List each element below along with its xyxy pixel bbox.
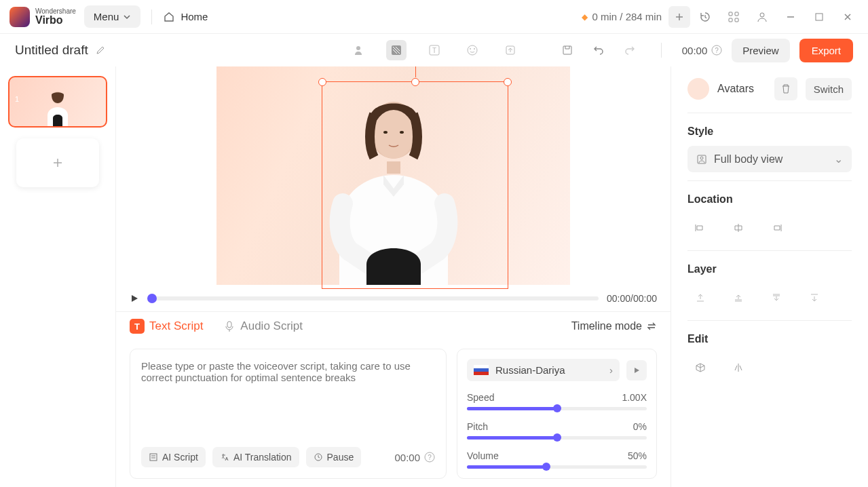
cube-button[interactable] [690, 357, 711, 378]
svg-point-10 [468, 45, 477, 55]
ai-script-button[interactable]: AI Script [141, 447, 206, 467]
divider [687, 180, 852, 181]
divider [661, 43, 662, 58]
play-button[interactable] [130, 294, 139, 303]
preview-button[interactable]: Preview [732, 39, 789, 62]
svg-point-21 [400, 131, 404, 134]
help-icon[interactable]: ? [424, 452, 435, 463]
send-back-button[interactable] [804, 288, 825, 308]
bring-forward-button[interactable] [728, 288, 749, 308]
text-icon: T [130, 319, 145, 334]
voice-selector[interactable]: Russian-Dariya › [467, 359, 620, 381]
chevron-right-icon: › [609, 364, 613, 376]
help-icon[interactable]: ? [711, 45, 722, 56]
svg-text:?: ? [428, 454, 432, 461]
add-credits-button[interactable] [668, 6, 690, 28]
menu-button[interactable]: Menu [84, 5, 141, 28]
voice-preview-button[interactable] [626, 360, 647, 381]
minimize-button[interactable] [780, 6, 801, 28]
apps-button[interactable] [723, 6, 744, 28]
account-button[interactable] [751, 6, 773, 28]
slider-knob[interactable] [553, 433, 561, 442]
svg-rect-14 [563, 46, 571, 54]
chevron-down-icon: ⌄ [834, 153, 843, 165]
edit-icon [95, 45, 106, 56]
user-icon [757, 12, 768, 22]
sticker-tool[interactable] [462, 40, 483, 60]
align-right-button[interactable] [766, 218, 787, 238]
maximize-icon [815, 13, 823, 21]
tab-text-script[interactable]: T Text Script [130, 319, 203, 334]
divider [687, 250, 852, 251]
speed-track[interactable] [467, 407, 647, 410]
close-icon [843, 12, 852, 22]
slide-thumbnail[interactable]: 1 [8, 76, 107, 128]
script-input[interactable] [141, 360, 435, 447]
save-button[interactable] [556, 39, 578, 61]
pitch-track[interactable] [467, 436, 647, 440]
person-icon [696, 154, 707, 165]
brand-top: Wondershare [35, 8, 76, 15]
undo-button[interactable] [588, 39, 609, 61]
brand-name: Virbo [35, 15, 76, 26]
mic-icon [223, 320, 235, 332]
svg-rect-24 [227, 322, 231, 328]
voice-panel: Russian-Dariya › Speed1.00X Pitch0% Volu… [457, 349, 657, 479]
svg-rect-2 [729, 18, 732, 22]
send-backward-button[interactable] [766, 288, 787, 308]
add-slide-button[interactable] [16, 138, 99, 187]
resize-handle[interactable] [504, 78, 512, 86]
export-button[interactable]: Export [799, 39, 853, 62]
svg-point-4 [760, 13, 764, 17]
timeline-knob[interactable] [147, 294, 157, 303]
canvas[interactable] [216, 66, 570, 285]
align-center-button[interactable] [728, 218, 749, 238]
clock-icon [314, 452, 323, 462]
pause-button[interactable]: Pause [306, 447, 362, 467]
translate-icon [220, 452, 229, 462]
switch-avatar-button[interactable]: Switch [806, 78, 852, 100]
delete-avatar-button[interactable] [774, 77, 797, 100]
divider [151, 9, 152, 24]
bring-front-button[interactable] [690, 288, 711, 308]
slider-knob[interactable] [553, 404, 561, 412]
background-tool[interactable] [386, 40, 407, 60]
tab-audio-script[interactable]: Audio Script [223, 319, 303, 333]
slides-panel: 1 [0, 66, 115, 487]
redo-button[interactable] [619, 39, 641, 61]
grid-icon [728, 12, 739, 22]
upload-tool[interactable] [500, 40, 521, 60]
text-tool[interactable]: T [424, 40, 445, 60]
chevron-down-icon [123, 13, 131, 21]
play-icon [633, 366, 641, 374]
center-panel: 00:00/00:00 T Text Script Audio Script T… [115, 66, 671, 487]
ai-translation-button[interactable]: AI Translation [212, 447, 299, 467]
timeline-track[interactable] [147, 296, 599, 300]
avatar-figure[interactable] [302, 81, 485, 285]
timeline-mode-button[interactable]: Timeline mode [571, 320, 657, 332]
edit-heading: Edit [687, 333, 852, 345]
maximize-button[interactable] [808, 6, 830, 28]
sub-bar: Untitled draft T 00:00 ? Preview Export [0, 34, 868, 66]
undo-icon [592, 44, 605, 56]
style-selector[interactable]: Full body view ⌄ [687, 146, 852, 172]
volume-track[interactable] [467, 465, 647, 469]
svg-rect-1 [735, 12, 738, 16]
style-heading: Style [687, 125, 852, 138]
top-bar: Wondershare Virbo Menu Home ◆ 0 min / 28… [0, 0, 868, 34]
flag-russia-icon [474, 365, 489, 375]
history-button[interactable] [694, 6, 716, 28]
align-left-button[interactable] [690, 218, 711, 238]
mirror-button[interactable] [728, 357, 749, 378]
avatar-tool[interactable] [348, 40, 369, 60]
project-title: Untitled draft [15, 43, 88, 58]
svg-rect-5 [816, 14, 823, 20]
slider-knob[interactable] [542, 463, 550, 471]
logo-icon [10, 7, 30, 27]
rename-button[interactable] [95, 45, 106, 56]
trash-icon [780, 83, 791, 94]
avatar-thumbnail [42, 90, 73, 126]
close-button[interactable] [837, 6, 858, 28]
app-logo: Wondershare Virbo [10, 7, 76, 27]
home-button[interactable]: Home [163, 11, 208, 23]
